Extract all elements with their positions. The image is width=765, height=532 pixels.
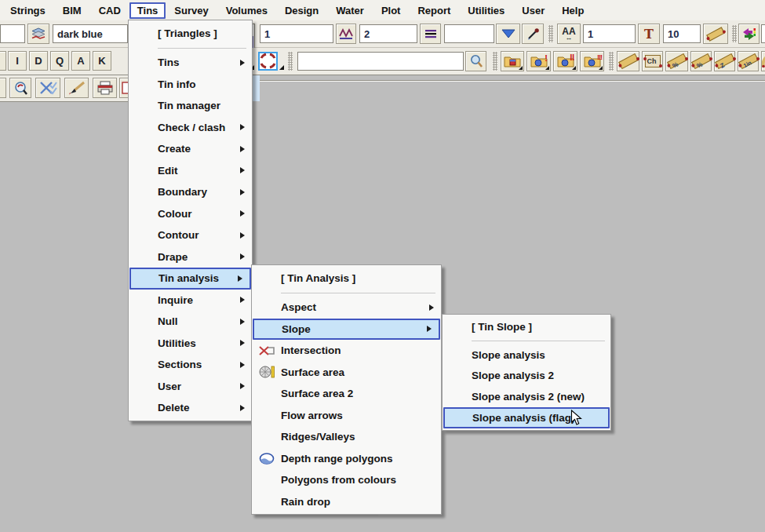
menu-item-slope-analysis-2[interactable]: Slope analysis 2 — [443, 366, 610, 387]
menu-item-tin-slope-tearoff[interactable]: [ Tin Slope ] — [443, 316, 610, 337]
menubar-item-survey[interactable]: Survey — [166, 2, 217, 19]
menu-item-tin-manager[interactable]: Tin manager — [129, 95, 252, 117]
menubar-item-help[interactable]: Help — [553, 2, 592, 19]
menu-item-colour[interactable]: Colour — [129, 203, 252, 225]
submenu-arrow-icon — [429, 304, 434, 311]
menu-separator — [281, 293, 435, 293]
menu-item-ridges-valleys[interactable]: Ridges/Valleys — [252, 426, 441, 448]
menu-item-depth-range-polygons[interactable]: Depth range polygons — [252, 448, 441, 470]
text-T-icon: T — [644, 27, 654, 42]
measure-bearing-button[interactable] — [617, 51, 639, 71]
menubar-item-user[interactable]: User — [513, 2, 553, 19]
menu-item-drape[interactable]: Drape — [129, 246, 252, 268]
swap-arrows-button[interactable] — [738, 24, 760, 44]
menu-item-user[interactable]: User — [129, 376, 252, 398]
submenu-arrow-icon — [240, 362, 245, 368]
layers-button[interactable] — [27, 24, 49, 44]
measure-grade-button[interactable]: % — [665, 51, 688, 71]
menu-item-rain-drop[interactable]: Rain drop — [252, 491, 441, 513]
linetype-chart-button[interactable] — [336, 24, 356, 44]
eyedropper-button[interactable] — [522, 24, 544, 44]
fence-check-button[interactable] — [35, 78, 60, 98]
menu-item-flow-arrows[interactable]: Flow arrows — [252, 405, 441, 427]
menubar-item-report[interactable]: Report — [409, 2, 459, 19]
menu-item-polygons-from-colours[interactable]: Polygons from colours — [252, 469, 441, 491]
menu-item-tins[interactable]: Tins — [129, 52, 252, 74]
menu-item-slope-analysis-2-new[interactable]: Slope analysis 2 (new) — [443, 386, 610, 407]
cross-check-icon — [38, 81, 57, 95]
weight-field[interactable] — [260, 24, 333, 43]
menu-item-boundary[interactable]: Boundary — [129, 181, 252, 203]
run-macro-button-3[interactable]: !!! — [580, 51, 604, 71]
snap-button-K[interactable]: K — [93, 51, 111, 71]
menubar-item-bim[interactable]: BIM — [54, 2, 90, 19]
slope-menu: [ Tin Slope ] Slope analysis Slope analy… — [442, 314, 611, 431]
clipped-letter-button[interactable] — [0, 51, 6, 71]
brush-button[interactable] — [64, 78, 89, 98]
measure-z-button[interactable]: Z — [714, 51, 735, 71]
colour-field[interactable] — [53, 24, 128, 43]
eyedropper-icon — [526, 27, 540, 41]
text-justify-button[interactable]: AA ↔ — [557, 24, 581, 44]
menu-item-surface-area-2[interactable]: Surface area 2 — [252, 383, 441, 405]
menubar-item-cad[interactable]: CAD — [90, 2, 129, 19]
menu-item-slope-analysis[interactable]: Slope analysis — [443, 344, 610, 366]
selection-mode-button[interactable] — [258, 52, 278, 71]
menubar-item-water[interactable]: Water — [327, 2, 373, 19]
menu-item-slope-analysis-flag[interactable]: Slope analysis (flag) — [443, 407, 610, 428]
snap-button-D[interactable]: D — [29, 51, 48, 71]
text-style-field[interactable] — [583, 24, 636, 43]
menu-item-intersection[interactable]: Intersection — [252, 340, 441, 362]
pattern-field[interactable] — [444, 24, 494, 43]
text-measure-button[interactable] — [703, 24, 728, 44]
run-macro-button-1[interactable]: ! — [526, 51, 551, 71]
menu-item-edit[interactable]: Edit — [129, 160, 252, 182]
submenu-arrow-icon — [240, 189, 245, 195]
menu-item-aspect[interactable]: Aspect — [252, 297, 441, 319]
menu-item-delete[interactable]: Delete — [129, 397, 252, 419]
colour-dropdown-button[interactable] — [496, 24, 520, 44]
model-field[interactable] — [0, 24, 25, 43]
mouse-cursor — [570, 410, 582, 426]
menubar-item-tins[interactable]: Tins — [129, 2, 166, 19]
menu-item-triangles-tearoff[interactable]: [ Triangles ] — [129, 22, 252, 45]
clipped-view-button[interactable] — [0, 78, 6, 98]
measure-arc-button[interactable] — [761, 51, 765, 71]
menu-item-create[interactable]: Create — [129, 138, 252, 160]
line-style-button[interactable] — [420, 24, 441, 44]
measure-1in-button[interactable]: 1in — [738, 51, 759, 71]
zoom-button[interactable] — [9, 78, 31, 98]
menubar-item-plot[interactable]: Plot — [373, 2, 410, 19]
clipped-field[interactable] — [761, 24, 765, 43]
menubar-item-utilities[interactable]: Utilities — [459, 2, 513, 19]
menu-item-tin-analysis[interactable]: Tin analysis — [129, 268, 251, 290]
search-button[interactable] — [465, 51, 486, 71]
menu-item-contour[interactable]: Contour — [129, 224, 252, 246]
open-model-button[interactable] — [501, 51, 524, 71]
submenu-arrow-icon — [240, 319, 245, 325]
style-field[interactable] — [359, 24, 417, 43]
snap-button-Q[interactable]: Q — [50, 51, 69, 71]
menu-item-null[interactable]: Null — [129, 311, 252, 333]
menu-item-inquire[interactable]: Inquire — [129, 290, 252, 312]
divider-line — [260, 80, 765, 82]
text-size-field[interactable] — [663, 24, 701, 43]
measure-chainage-button[interactable]: Ch — [642, 51, 663, 71]
menubar-item-volumes[interactable]: Volumes — [217, 2, 276, 19]
text-button[interactable]: T — [638, 24, 660, 44]
print-button[interactable] — [93, 78, 117, 98]
menu-item-surface-area[interactable]: Surface area — [252, 362, 441, 384]
snap-button-I[interactable]: I — [8, 51, 27, 71]
menubar-item-design[interactable]: Design — [276, 2, 327, 19]
menu-item-slope[interactable]: Slope — [253, 319, 440, 341]
snap-button-A[interactable]: A — [71, 51, 90, 71]
measure-grade2-button[interactable]: % — [690, 51, 712, 71]
search-input[interactable] — [297, 52, 464, 71]
menu-item-utilities[interactable]: Utilities — [129, 333, 252, 355]
menu-item-check-clash[interactable]: Check / clash — [129, 117, 252, 139]
menu-item-tin-info[interactable]: Tin info — [129, 74, 252, 96]
menu-item-sections[interactable]: Sections — [129, 354, 252, 376]
menubar-item-strings[interactable]: Strings — [2, 2, 54, 19]
menu-item-tin-analysis-tearoff[interactable]: [ Tin Analysis ] — [252, 267, 441, 290]
run-macro-button-2[interactable]: II — [553, 51, 577, 71]
